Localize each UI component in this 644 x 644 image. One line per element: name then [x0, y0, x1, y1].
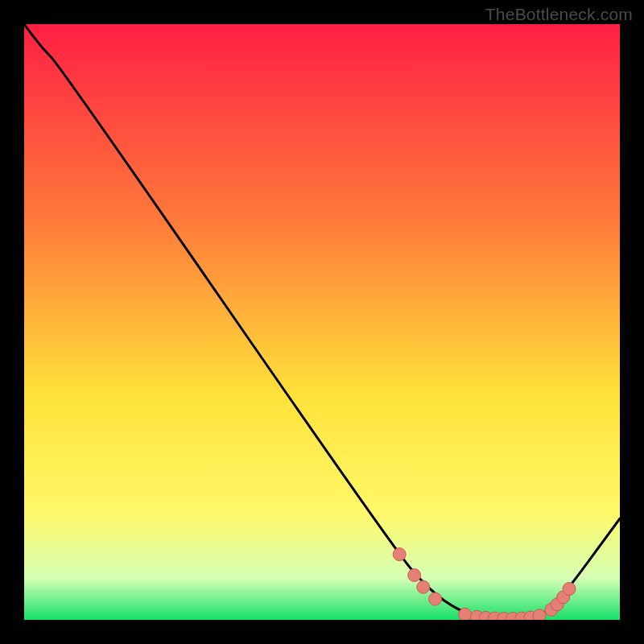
data-dot	[408, 569, 421, 582]
data-dot	[459, 608, 472, 620]
data-dot	[417, 580, 430, 593]
attribution-label: TheBottleneck.com	[485, 5, 633, 24]
data-dot	[563, 583, 576, 596]
data-dot	[429, 592, 442, 605]
chart-wrapper: TheBottleneck.com	[0, 0, 644, 644]
gradient-background	[24, 24, 620, 620]
plot-area	[24, 24, 620, 620]
chart-svg	[24, 24, 620, 620]
data-dot	[393, 548, 406, 561]
data-dot	[533, 609, 546, 620]
